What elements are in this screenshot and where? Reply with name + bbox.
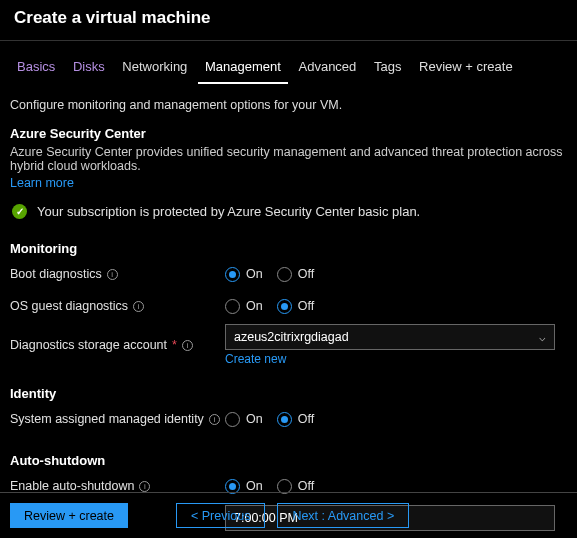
os-off-radio[interactable] bbox=[277, 299, 292, 314]
security-status-row: ✓ Your subscription is protected by Azur… bbox=[12, 204, 567, 219]
boot-off-label: Off bbox=[298, 267, 314, 281]
intro-text: Configure monitoring and management opti… bbox=[10, 98, 567, 126]
security-title: Azure Security Center bbox=[10, 126, 567, 141]
next-button[interactable]: Next : Advanced > bbox=[277, 503, 409, 528]
tab-tags[interactable]: Tags bbox=[367, 55, 408, 82]
managed-identity-label: System assigned managed identity bbox=[10, 412, 204, 426]
tab-advanced[interactable]: Advanced bbox=[292, 55, 364, 82]
tab-management[interactable]: Management bbox=[198, 55, 288, 84]
page-header: Create a virtual machine bbox=[0, 0, 577, 41]
os-diagnostics-label: OS guest diagnostics bbox=[10, 299, 128, 313]
storage-account-value: azeus2citrixrgdiagad bbox=[234, 330, 349, 344]
learn-more-link[interactable]: Learn more bbox=[10, 176, 74, 190]
autoshutdown-title: Auto-shutdown bbox=[10, 453, 567, 468]
identity-title: Identity bbox=[10, 386, 567, 401]
monitoring-title: Monitoring bbox=[10, 241, 567, 256]
tab-review[interactable]: Review + create bbox=[412, 55, 520, 82]
boot-off-radio[interactable] bbox=[277, 267, 292, 282]
storage-account-select[interactable]: azeus2citrixrgdiagad ⌵ bbox=[225, 324, 555, 350]
os-on-label: On bbox=[246, 299, 263, 313]
boot-on-radio[interactable] bbox=[225, 267, 240, 282]
security-desc: Azure Security Center provides unified s… bbox=[10, 145, 567, 173]
security-status-text: Your subscription is protected by Azure … bbox=[37, 204, 420, 219]
info-icon[interactable]: i bbox=[182, 340, 193, 351]
identity-off-radio[interactable] bbox=[277, 412, 292, 427]
review-create-button[interactable]: Review + create bbox=[10, 503, 128, 528]
storage-account-label: Diagnostics storage account bbox=[10, 338, 167, 352]
identity-radio: On Off bbox=[225, 412, 314, 427]
autoshutdown-on-label: On bbox=[246, 479, 263, 493]
chevron-down-icon: ⌵ bbox=[539, 331, 546, 344]
info-icon[interactable]: i bbox=[209, 414, 220, 425]
identity-off-label: Off bbox=[298, 412, 314, 426]
os-on-radio[interactable] bbox=[225, 299, 240, 314]
boot-diagnostics-label: Boot diagnostics bbox=[10, 267, 102, 281]
info-icon[interactable]: i bbox=[139, 481, 150, 492]
footer: Review + create < Previous Next : Advanc… bbox=[0, 492, 577, 538]
tab-basics[interactable]: Basics bbox=[10, 55, 62, 82]
boot-on-label: On bbox=[246, 267, 263, 281]
content-area: Configure monitoring and management opti… bbox=[0, 88, 577, 532]
boot-diagnostics-radio: On Off bbox=[225, 267, 314, 282]
autoshutdown-off-label: Off bbox=[298, 479, 314, 493]
tab-networking[interactable]: Networking bbox=[115, 55, 194, 82]
page-title: Create a virtual machine bbox=[14, 8, 563, 28]
identity-on-label: On bbox=[246, 412, 263, 426]
enable-autoshutdown-label: Enable auto-shutdown bbox=[10, 479, 134, 493]
create-new-link[interactable]: Create new bbox=[225, 352, 286, 366]
previous-button[interactable]: < Previous bbox=[176, 503, 265, 528]
info-icon[interactable]: i bbox=[133, 301, 144, 312]
os-diagnostics-radio: On Off bbox=[225, 299, 314, 314]
info-icon[interactable]: i bbox=[107, 269, 118, 280]
check-icon: ✓ bbox=[12, 204, 27, 219]
tab-bar: Basics Disks Networking Management Advan… bbox=[0, 41, 577, 88]
required-marker: * bbox=[172, 338, 177, 352]
identity-on-radio[interactable] bbox=[225, 412, 240, 427]
os-off-label: Off bbox=[298, 299, 314, 313]
tab-disks[interactable]: Disks bbox=[66, 55, 112, 82]
